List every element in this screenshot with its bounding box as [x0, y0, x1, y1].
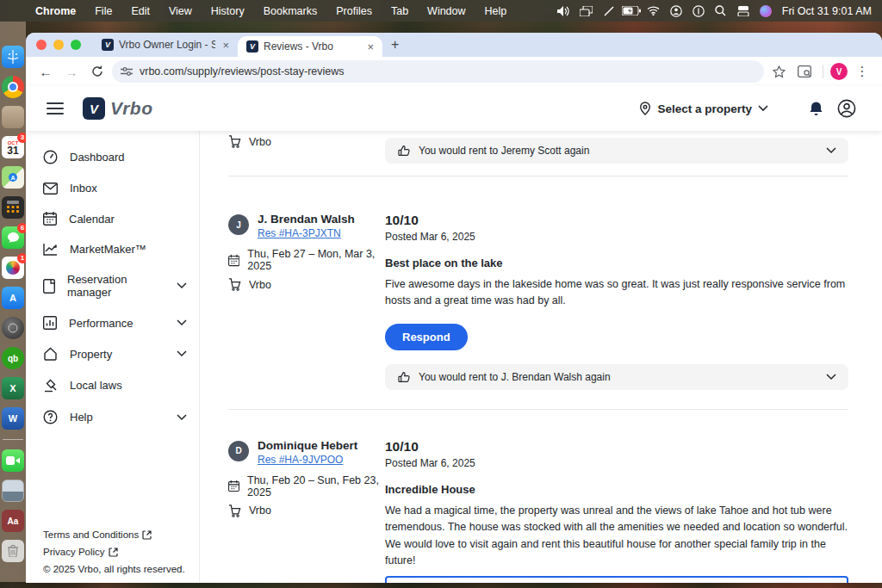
terms-link[interactable]: Terms and Conditions	[43, 529, 185, 540]
menu-bookmarks[interactable]: Bookmarks	[254, 5, 327, 17]
respond-button[interactable]: Respond	[385, 324, 468, 350]
sidebar-item-help[interactable]: Help	[26, 401, 199, 433]
keyboard-switcher-icon[interactable]	[732, 6, 755, 16]
battery-icon[interactable]	[620, 6, 643, 15]
sidebar-item-property[interactable]: Property	[26, 338, 199, 369]
menu-history[interactable]: History	[202, 5, 254, 17]
shortcut-circle-icon[interactable]	[687, 5, 710, 17]
dock-trash-icon[interactable]	[2, 540, 24, 562]
close-window-button[interactable]	[36, 40, 47, 50]
select-property-label: Select a property	[657, 102, 752, 115]
hamburger-menu-icon[interactable]	[47, 102, 64, 115]
spotlight-search-icon[interactable]	[710, 5, 732, 16]
select-property-dropdown[interactable]: Select a property	[639, 102, 768, 115]
dock-facetime-icon[interactable]	[2, 449, 24, 472]
reload-icon[interactable]	[86, 60, 109, 83]
rent-again-accordion[interactable]: You would rent to Jeremy Scott again	[385, 138, 848, 164]
reservation-link[interactable]: Res #HA-9JVPOO	[258, 454, 343, 466]
menu-profiles[interactable]: Profiles	[326, 5, 382, 17]
screen-mirroring-icon[interactable]	[575, 6, 598, 16]
menu-window[interactable]: Window	[418, 5, 475, 17]
vrbo-logo[interactable]: V Vrbo	[83, 97, 152, 120]
sidebar-item-reservation-manager[interactable]: Reservation manager	[26, 264, 199, 307]
tab-close-icon[interactable]: ×	[365, 40, 376, 53]
vrbo-page: V Vrbo Select a property Dashboard	[26, 86, 882, 583]
dock-calendar-icon[interactable]: OCT 31 3	[2, 136, 24, 158]
wifi-icon[interactable]	[643, 6, 665, 15]
reservation-link[interactable]: Res #HA-3PJXTN	[258, 227, 341, 239]
zoom-window-button[interactable]	[71, 40, 81, 50]
review-body: We had a magical time, the property was …	[385, 503, 848, 570]
external-link-icon	[142, 530, 152, 540]
menu-tab[interactable]: Tab	[382, 5, 418, 17]
sidebar-item-calendar[interactable]: Calendar	[26, 203, 199, 234]
profile-avatar[interactable]: V	[830, 63, 848, 80]
siri-icon[interactable]	[755, 5, 777, 17]
volume-icon[interactable]	[553, 6, 575, 16]
menu-chrome[interactable]: Chrome	[26, 5, 85, 17]
dock-messages-icon[interactable]: 6	[2, 226, 24, 249]
pen-icon[interactable]	[598, 6, 620, 16]
review-left-column: J J. Brendan Walsh Res #HA-3PJXTN Thu, F…	[228, 213, 385, 390]
home-icon	[43, 347, 58, 361]
dock-divider	[3, 439, 23, 440]
chrome-menu-icon[interactable]: ⋮	[851, 60, 873, 83]
chevron-down-icon	[177, 282, 187, 289]
dock-fontbook-icon[interactable]: Aa	[2, 510, 24, 532]
menu-edit[interactable]: Edit	[121, 5, 159, 17]
privacy-link[interactable]: Privacy Policy	[43, 547, 185, 557]
sidebar-item-performance[interactable]: Performance	[26, 307, 199, 338]
url-text[interactable]: vrbo.com/supply/reviews/post-stay-review…	[140, 65, 755, 77]
menu-help[interactable]: Help	[475, 5, 517, 17]
sidebar-item-local-laws[interactable]: Local laws	[26, 369, 199, 401]
dock-calculator-icon[interactable]	[2, 196, 24, 219]
privacy-label: Privacy Policy	[43, 547, 105, 557]
dock-screenshot-thumbnail[interactable]	[2, 480, 24, 502]
calendar-icon	[43, 212, 57, 226]
reservation-icon	[43, 279, 55, 294]
sidebar-item-marketmaker[interactable]: MarketMaker™	[26, 234, 199, 264]
dock-notes-icon[interactable]	[2, 106, 24, 128]
dock-chrome-icon[interactable]	[2, 76, 24, 98]
account-icon[interactable]	[834, 99, 860, 118]
traffic-lights	[36, 40, 81, 50]
sidebar-item-inbox[interactable]: Inbox	[26, 173, 199, 203]
back-icon[interactable]: ←	[34, 60, 57, 83]
notifications-bell-icon[interactable]	[803, 101, 829, 117]
location-pin-icon	[639, 102, 651, 115]
menubar-clock[interactable]: Fri Oct 31 9:01 AM	[782, 5, 872, 17]
menu-file[interactable]: File	[85, 5, 121, 17]
sidebar-label: MarketMaker™	[70, 243, 187, 256]
user-circle-icon[interactable]	[665, 5, 687, 17]
show-less-link[interactable]: Show less	[392, 582, 441, 583]
menu-view[interactable]: View	[159, 5, 202, 17]
dock-finder-icon[interactable]	[2, 46, 24, 68]
review-left-column: D Dominique Hebert Res #HA-9JVPOO Thu, F…	[228, 439, 385, 583]
dock-photos-icon[interactable]: 1	[2, 257, 24, 279]
dock-word-icon[interactable]: W	[2, 407, 24, 430]
dock-maps-icon[interactable]: A	[2, 166, 24, 189]
side-panel-icon[interactable]	[793, 60, 816, 83]
menu-bar: Chrome File Edit View History Bookmarks …	[0, 0, 882, 22]
dock-settings-icon[interactable]	[2, 317, 24, 339]
tab-reviews-vrbo[interactable]: V Reviews - Vrbo ×	[238, 36, 382, 57]
rent-again-accordion[interactable]: You would rent to J. Brendan Walsh again	[385, 364, 848, 390]
bookmark-star-icon[interactable]	[767, 60, 790, 83]
dock-excel-icon[interactable]: X	[2, 377, 24, 399]
address-bar[interactable]: vrbo.com/supply/reviews/post-stay-review…	[112, 60, 764, 83]
sidebar-item-dashboard[interactable]: Dashboard	[26, 141, 199, 173]
reviews-list: Vrbo You would rent to Jeremy Scott agai…	[200, 131, 882, 583]
chevron-down-icon	[826, 374, 836, 381]
forward-icon[interactable]: →	[60, 60, 83, 83]
minimize-window-button[interactable]	[53, 40, 64, 50]
dock-appstore-icon[interactable]: A	[2, 287, 24, 309]
new-tab-button[interactable]: +	[391, 37, 399, 53]
thumbs-up-icon	[397, 370, 411, 384]
site-settings-icon[interactable]	[121, 66, 133, 77]
tab-vrbo-owner-login[interactable]: V Vrbo Owner Login - Sign in t ×	[93, 33, 238, 57]
trend-chart-icon	[43, 243, 58, 256]
tab-close-icon[interactable]: ×	[220, 39, 231, 52]
dock-quickbooks-icon[interactable]: qb	[2, 347, 24, 369]
review-title: Incredible House	[385, 483, 848, 496]
vrbo-favicon: V	[246, 40, 258, 53]
